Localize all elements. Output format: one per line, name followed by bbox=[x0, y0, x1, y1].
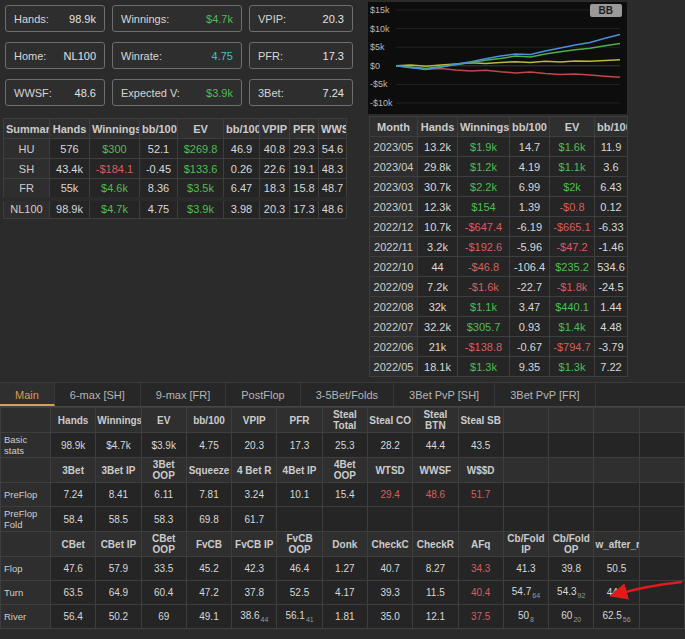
stats-row-flop: Flop47.657.933.545.242.346.41.2740.78.27… bbox=[1, 557, 685, 581]
cell: 1.39 bbox=[510, 197, 550, 217]
month-row[interactable]: 2022/0621k-$138.8-0.67-$794.7-3.79 bbox=[370, 337, 628, 357]
cell: 21k bbox=[418, 337, 458, 357]
cell: 9.35 bbox=[510, 357, 550, 377]
column-header: WWSF bbox=[319, 119, 347, 139]
cell: 576 bbox=[50, 139, 90, 159]
cell: 7.24 bbox=[51, 483, 96, 507]
cell: 41.3 bbox=[503, 557, 548, 581]
cell: $1.2k bbox=[458, 157, 510, 177]
cell: 12.3k bbox=[418, 197, 458, 217]
cell: 32.2k bbox=[418, 317, 458, 337]
month-row[interactable]: 2023/0112.3k$1541.39-$0.80.12 bbox=[370, 197, 628, 217]
cell: $1.3k bbox=[458, 357, 510, 377]
y-axis-tick: $15k bbox=[370, 5, 390, 15]
tab-main[interactable]: Main bbox=[0, 383, 55, 406]
cell: 39.8 bbox=[549, 557, 594, 581]
stat-label: Hands: bbox=[14, 13, 49, 25]
stats-header-row: CBetCBet IPCBet OOPFvCBFvCB IPFvCB OOPDo… bbox=[1, 532, 685, 557]
month-row[interactable]: 2022/0732.2k$305.70.93$1.4k4.48 bbox=[370, 317, 628, 337]
stat-box-expectedv: Expected V:$3.9k bbox=[112, 79, 242, 106]
cell: 1.81 bbox=[322, 605, 367, 629]
cell: $1.6k bbox=[550, 137, 595, 157]
tab-postflop[interactable]: PostFlop bbox=[226, 383, 300, 406]
month-row[interactable]: 2022/0832k$1.1k3.47$440.11.44 bbox=[370, 297, 628, 317]
column-header bbox=[639, 458, 684, 483]
cell: 63.5 bbox=[51, 581, 96, 605]
row-label: 2023/03 bbox=[370, 177, 418, 197]
stat-box-wwsf: WWSF:48.6 bbox=[5, 79, 105, 106]
stats-header-row: 3Bet3Bet IP3Bet OOPSqueeze4 Bet R4Bet IP… bbox=[1, 458, 685, 483]
column-header: Winnings bbox=[90, 119, 140, 139]
cell: 69 bbox=[141, 605, 186, 629]
summary-row[interactable]: FR55k$4.6k8.36$3.5k6.4718.315.848.7 bbox=[4, 179, 347, 199]
tab-9-max-fr-[interactable]: 9-max [FR] bbox=[141, 383, 226, 406]
cell: 58.5 bbox=[96, 507, 141, 532]
cell bbox=[549, 433, 594, 458]
graph-canvas: $15k$10k$5k$0-$5k-$10k bbox=[368, 2, 627, 114]
cell: -$47.2 bbox=[550, 237, 595, 257]
cell: 18.3 bbox=[260, 179, 290, 199]
cell: $2.2k bbox=[458, 177, 510, 197]
cell: 54.392 bbox=[549, 581, 594, 605]
month-row[interactable]: 2023/0429.8k$1.2k4.19$1.1k3.6 bbox=[370, 157, 628, 177]
month-row[interactable]: 2022/097.2k-$1.6k-22.7-$1.8k-24.5 bbox=[370, 277, 628, 297]
cell bbox=[413, 507, 458, 532]
cell: 51.7 bbox=[458, 483, 503, 507]
cell: 3.47 bbox=[510, 297, 550, 317]
month-row[interactable]: 2022/113.2k-$192.6-5.96-$47.2-1.46 bbox=[370, 237, 628, 257]
row-label bbox=[1, 408, 51, 433]
cell: 37.8 bbox=[232, 581, 277, 605]
month-row[interactable]: 2022/1044-$46.8-106.4$235.2534.6 bbox=[370, 257, 628, 277]
cell: 49.1 bbox=[186, 605, 231, 629]
month-row[interactable]: 2022/0518.1k$1.3k9.35$1.3k7.22 bbox=[370, 357, 628, 377]
sample-size: 8 bbox=[530, 616, 534, 623]
stat-value: NL100 bbox=[64, 50, 96, 62]
row-label: 2022/09 bbox=[370, 277, 418, 297]
cell: -$1.8k bbox=[550, 277, 595, 297]
stat-label: PFR: bbox=[258, 50, 283, 62]
cell: 4.75 bbox=[186, 433, 231, 458]
column-header: CheckR bbox=[413, 532, 458, 557]
column-header bbox=[503, 408, 548, 433]
cell: 47.6 bbox=[51, 557, 96, 581]
row-label bbox=[1, 532, 51, 557]
cell: $4.7k bbox=[96, 433, 141, 458]
column-header: Hands bbox=[51, 408, 96, 433]
column-header: w_after_r bbox=[594, 532, 639, 557]
summary-row[interactable]: NL10098.9k$4.7k4.75$3.9k3.9820.317.348.6 bbox=[4, 199, 347, 219]
cell: 6.99 bbox=[510, 177, 550, 197]
cell: 37.5 bbox=[458, 605, 503, 629]
tab-6-max-sh-[interactable]: 6-max [SH] bbox=[55, 383, 141, 406]
cell: 54.6 bbox=[319, 139, 347, 159]
column-header: 4Bet IP bbox=[277, 458, 322, 483]
tab-3bet-pvp-fr-[interactable]: 3Bet PvP [FR] bbox=[495, 383, 596, 406]
y-axis-tick: $5k bbox=[370, 42, 385, 52]
stat-box-winnings: Winnings:$4.7k bbox=[112, 5, 242, 32]
tab-3-5bet-folds[interactable]: 3-5Bet/Folds bbox=[301, 383, 394, 406]
tab-3bet-pvp-sh-[interactable]: 3Bet PvP [SH] bbox=[394, 383, 495, 406]
sample-size: 64 bbox=[532, 592, 540, 599]
month-row[interactable]: 2023/0513.2k$1.9k14.7$1.6k11.9 bbox=[370, 137, 628, 157]
month-row[interactable]: 2022/1210.7k-$647.4-6.19-$665.1-6.33 bbox=[370, 217, 628, 237]
column-header: 3Bet OOP bbox=[141, 458, 186, 483]
column-header: bb/100 bbox=[186, 408, 231, 433]
column-header: 3Bet bbox=[51, 458, 96, 483]
summary-row[interactable]: SH43.4k-$184.1-0.45$133.60.2622.619.148.… bbox=[4, 159, 347, 179]
cell bbox=[503, 483, 548, 507]
cell: 46.4 bbox=[277, 557, 322, 581]
month-row[interactable]: 2023/0330.7k$2.2k6.99$2k6.43 bbox=[370, 177, 628, 197]
cell: 20.3 bbox=[260, 199, 290, 219]
sample-size: 56 bbox=[623, 616, 631, 623]
bb-unit-badge[interactable]: BB bbox=[590, 4, 622, 17]
cell: 6.11 bbox=[141, 483, 186, 507]
column-header: EV bbox=[550, 117, 595, 137]
column-header bbox=[549, 408, 594, 433]
column-header: WTSD bbox=[367, 458, 412, 483]
column-header bbox=[549, 458, 594, 483]
stat-value: 20.3 bbox=[323, 13, 344, 25]
column-header: Steal SB bbox=[458, 408, 503, 433]
row-label: 2023/04 bbox=[370, 157, 418, 177]
row-label: 2022/07 bbox=[370, 317, 418, 337]
cell: $3.5k bbox=[178, 179, 224, 199]
summary-row[interactable]: HU576$30052.1$269.846.940.829.354.6 bbox=[4, 139, 347, 159]
